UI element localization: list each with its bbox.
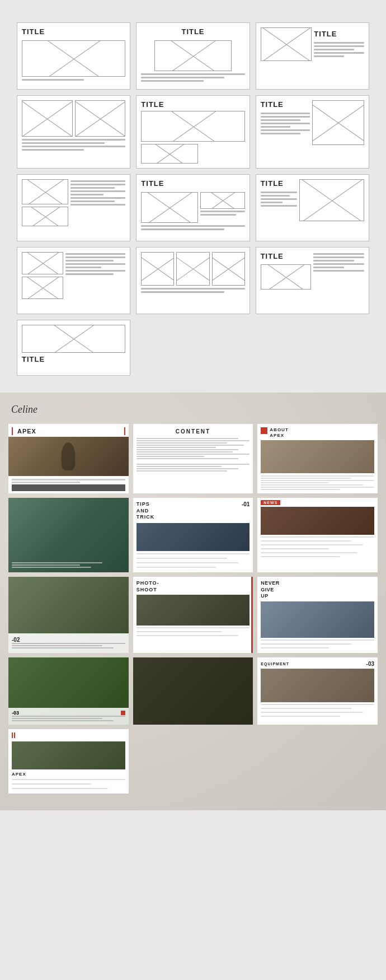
wf-img-11b	[176, 252, 209, 286]
about-red-square	[261, 427, 267, 434]
wf-line	[70, 184, 125, 185]
wireframe-card-5[interactable]: TITLE	[136, 95, 250, 169]
c-line	[136, 447, 216, 448]
c-line	[136, 445, 244, 446]
wf-title-9: TITLE	[261, 179, 297, 188]
wf-img-4b	[75, 100, 126, 137]
magazine-row-1: APEX CONTENT	[8, 424, 378, 493]
wireframe-card-8[interactable]: TITLE	[136, 174, 250, 241]
wireframe-card-6[interactable]: TITLE	[256, 95, 369, 169]
wireframe-card-2[interactable]: TITLE	[136, 22, 250, 90]
empty-cell-2	[256, 320, 369, 376]
wf-line	[313, 256, 364, 258]
magazine-page-content[interactable]: CONTENT	[133, 424, 253, 493]
wf-line	[65, 253, 125, 255]
wf-title-12: TITLE	[261, 252, 312, 260]
wf-line	[70, 194, 103, 195]
tips-image	[136, 523, 250, 551]
magazine-page-train[interactable]: -02	[8, 577, 129, 653]
wf-line	[261, 113, 310, 114]
photo-red-bar	[251, 577, 253, 653]
content-lines	[136, 438, 250, 472]
wf-img-13	[22, 325, 125, 353]
photo-image	[136, 595, 250, 626]
wf-line	[141, 228, 224, 230]
a-line	[261, 484, 363, 486]
train-num: -02	[12, 637, 125, 643]
wireframe-card-12[interactable]: TITLE	[256, 247, 369, 314]
magazine-row-2: TIPSANDTRICK -01 NEWS	[8, 498, 378, 572]
wf-line	[313, 267, 343, 268]
wf-lines-13: TITLE	[22, 355, 125, 366]
magazine-page-never[interactable]: NEVERGIVEUP	[257, 577, 378, 653]
wf-line	[314, 52, 364, 54]
ov-line	[12, 562, 102, 563]
wireframe-section: TITLE TITLE TITLE	[0, 0, 386, 393]
content-title: CONTENT	[136, 428, 250, 435]
about-image	[261, 440, 374, 473]
magazine-page-news[interactable]: NEWS	[257, 498, 378, 572]
c-line	[136, 458, 238, 459]
cover-bottom-bar	[12, 484, 125, 491]
wf-line	[141, 80, 203, 82]
wf-img-7b	[22, 207, 68, 226]
tr-line	[12, 643, 125, 644]
c-line	[136, 454, 250, 455]
t-line	[136, 558, 227, 559]
wf-line	[261, 198, 297, 200]
wf-img-12a	[261, 264, 312, 290]
magazine-page-final[interactable]: APEX	[8, 729, 129, 794]
news-badge: NEWS	[261, 500, 280, 505]
wf-title-1: TITLE	[22, 27, 125, 36]
final-image	[12, 741, 125, 769]
nv-line	[261, 643, 351, 645]
eq-line	[261, 704, 374, 705]
train-content: -02	[8, 633, 129, 653]
wireframe-card-4[interactable]	[17, 95, 130, 169]
magazine-page-forest[interactable]: -03	[8, 657, 129, 725]
cover-top: APEX	[8, 424, 129, 437]
wireframe-card-10[interactable]	[17, 247, 130, 314]
n-line	[261, 548, 329, 549]
wf-line	[141, 225, 244, 227]
wf-line	[141, 73, 244, 75]
magazine-page-apex-cover[interactable]: APEX	[8, 424, 129, 493]
wireframe-card-9[interactable]: TITLE	[256, 174, 369, 241]
c-line	[136, 468, 238, 469]
wf-title-5: TITLE	[141, 100, 244, 109]
wf-lines-11	[141, 288, 244, 293]
wireframe-card-13[interactable]: TITLE	[17, 320, 130, 376]
wf-line	[314, 49, 354, 50]
magazine-section: Celine APEX CONTENT	[0, 393, 386, 810]
magazine-page-landscape[interactable]	[8, 498, 129, 572]
magazine-page-photo[interactable]: PHOTO-SHOOT	[133, 577, 253, 653]
f-line	[12, 716, 125, 717]
wireframe-card-11[interactable]	[136, 247, 250, 314]
fin-line	[12, 788, 108, 789]
wf-line	[65, 256, 125, 258]
wf-title-6: TITLE	[261, 100, 310, 109]
wireframe-card-7[interactable]	[17, 174, 130, 241]
ph-line	[136, 627, 250, 628]
wf-img-10b	[22, 277, 63, 299]
magazine-page-tips[interactable]: TIPSANDTRICK -01	[133, 498, 253, 572]
a-line	[261, 480, 374, 481]
magazine-brand: Celine	[8, 404, 378, 416]
wf-line	[65, 273, 114, 275]
magazine-page-about[interactable]: ABOUTAPEX	[257, 424, 378, 493]
magazine-page-campfire[interactable]	[133, 657, 253, 725]
c-line	[136, 449, 238, 450]
t-line	[136, 567, 216, 568]
wireframe-card-1[interactable]: TITLE	[17, 22, 130, 90]
f-line	[12, 718, 102, 719]
ov-line	[12, 564, 80, 566]
wf-img-4a	[22, 100, 73, 137]
wf-img-2	[154, 40, 232, 71]
apex-title: APEX	[17, 428, 36, 435]
wireframe-card-3[interactable]: TITLE	[256, 22, 369, 90]
empty-mag-2	[257, 729, 378, 794]
about-header: ABOUTAPEX	[261, 427, 374, 438]
a-line	[261, 478, 351, 479]
magazine-page-equip[interactable]: EQUIPMENT -03	[257, 657, 378, 725]
ov-line	[12, 567, 91, 568]
